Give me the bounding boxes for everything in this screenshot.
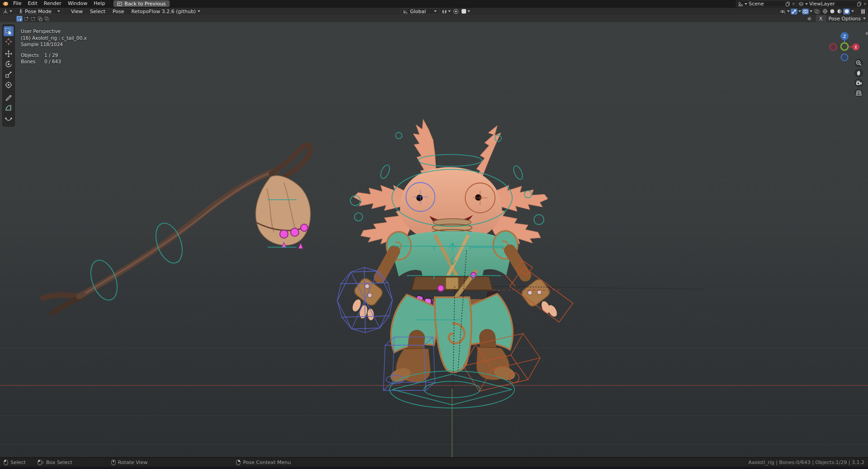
tool-measure-button[interactable]: [4, 103, 14, 113]
pose-options-chevron: [863, 18, 866, 19]
object-visibility-icon[interactable]: [779, 9, 786, 14]
zoom-icon: [856, 60, 862, 66]
select-mode-extend[interactable]: [23, 16, 29, 22]
overlays-chevron[interactable]: [810, 10, 812, 12]
viewlayer-selector[interactable]: ViewLayer ×: [797, 0, 868, 7]
mode-selector[interactable]: Pose Mode: [16, 8, 63, 14]
stats-objects-value: 1 / 29: [44, 52, 58, 59]
pose-curve-icon: [5, 116, 12, 123]
unlink-scene-button[interactable]: ×: [792, 1, 796, 7]
tool-pose-breakdowner-button[interactable]: [4, 115, 14, 125]
stats-bones-value: 0 / 643: [44, 58, 61, 65]
toolbar: [2, 24, 15, 127]
tool-move-button[interactable]: [4, 49, 14, 59]
pose-mode-icon: [19, 9, 23, 14]
shading-material-icon[interactable]: [836, 9, 843, 14]
menu-help[interactable]: Help: [90, 0, 108, 7]
tool-select-box-button[interactable]: [4, 26, 14, 36]
gizmo-z-label: Z: [843, 34, 846, 39]
menu-render[interactable]: Render: [41, 0, 65, 7]
render-sample-text: Sample 118/1024: [21, 41, 87, 48]
snap-options-chevron[interactable]: [448, 10, 451, 12]
menu-select[interactable]: Select: [86, 9, 109, 14]
shading-chevron[interactable]: [851, 10, 854, 12]
orientation-chevron: [434, 10, 437, 12]
tool-cursor-button[interactable]: [4, 37, 14, 47]
gizmo-y-axis[interactable]: [841, 43, 848, 50]
select-box-icon: [5, 28, 12, 35]
select-mode-group: [16, 16, 50, 22]
tool-rotate-button[interactable]: [4, 59, 14, 69]
camera-view-button[interactable]: [854, 79, 863, 87]
shading-rendered-icon[interactable]: [843, 9, 850, 14]
new-scene-icon[interactable]: [786, 2, 790, 6]
remove-viewlayer-button[interactable]: ×: [863, 1, 867, 7]
back-to-previous-button[interactable]: Back to Previous: [113, 0, 169, 7]
mouse-middle-icon: [111, 460, 116, 465]
show-overlays-toggle[interactable]: [802, 9, 809, 14]
gizmo-chevron[interactable]: [798, 10, 801, 12]
tool-scale-button[interactable]: [4, 70, 14, 80]
mouse-right-icon: [236, 460, 241, 465]
xray-toggle[interactable]: [813, 9, 820, 14]
blender-window: File Edit Render Window Help Back to Pre…: [0, 0, 868, 469]
mouse-left-icon: [4, 460, 8, 465]
scene-name[interactable]: Scene: [749, 1, 784, 7]
stats-bones-row: Bones 0 / 643: [21, 58, 87, 65]
tool-transform-button[interactable]: [4, 80, 14, 90]
mirror-x-toggle[interactable]: X: [816, 15, 826, 22]
blender-logo-icon[interactable]: [0, 0, 10, 7]
navigation-gizmo[interactable]: Z X: [828, 25, 861, 64]
move-icon: [5, 50, 12, 57]
tool-annotate-button[interactable]: [4, 92, 14, 102]
transform-icon: [5, 81, 12, 89]
back-arrow-icon: [117, 2, 122, 6]
pose-options-label: Pose Options: [829, 16, 861, 22]
sidebar-toggle-arrow[interactable]: [865, 32, 868, 35]
select-mode-subtract[interactable]: [30, 16, 36, 22]
gizmo-x-label: X: [854, 46, 857, 50]
snap-magnet-icon[interactable]: [442, 9, 447, 14]
menu-edit[interactable]: Edit: [24, 0, 40, 7]
shading-wireframe-icon[interactable]: [821, 9, 828, 14]
scene-icon: [738, 2, 743, 6]
show-gizmo-toggle[interactable]: [791, 9, 797, 14]
gizmo-minus-x-axis[interactable]: [830, 44, 837, 51]
viewport-3d[interactable]: User Perspective (16) Axolotl_rig : c_ta…: [0, 22, 868, 457]
editor-type-selector[interactable]: [2, 8, 12, 15]
zoom-button[interactable]: [854, 59, 863, 67]
pose-options-popover[interactable]: Pose Options: [829, 15, 866, 22]
topbar: File Edit Render Window Help Back to Pre…: [0, 0, 868, 7]
toolbar-separator: [4, 91, 13, 91]
menu-window[interactable]: Window: [65, 0, 90, 7]
menu-file[interactable]: File: [10, 0, 24, 7]
select-mode-intersect[interactable]: [43, 16, 50, 22]
select-mode-set[interactable]: [16, 16, 23, 22]
viewport-display-controls: [779, 8, 866, 15]
hint-box-select: Box Select: [38, 460, 72, 465]
stats-objects-row: Objects 1 / 29: [21, 52, 87, 59]
select-mode-invert[interactable]: [37, 16, 43, 22]
menu-view[interactable]: View: [67, 9, 86, 14]
viewlayer-name[interactable]: ViewLayer: [809, 1, 856, 7]
pause-render-icon[interactable]: [859, 9, 866, 14]
scene-selector[interactable]: Scene ×: [736, 0, 797, 7]
shading-solid-icon[interactable]: [829, 9, 835, 14]
camera-icon: [856, 80, 862, 85]
gizmo-minus-z-axis[interactable]: [841, 54, 848, 61]
falloff-smooth-icon: [461, 9, 467, 14]
retopoflow-menu[interactable]: RetopoFlow 3.2.6 (github): [132, 8, 201, 15]
pan-hand-button[interactable]: [854, 69, 863, 77]
new-viewlayer-icon[interactable]: [857, 2, 862, 6]
falloff-chevron: [467, 10, 470, 12]
cursor-icon: [5, 38, 12, 45]
menu-pose[interactable]: Pose: [109, 9, 127, 14]
mode-selector-chevron: [57, 10, 60, 12]
snapping-controls[interactable]: [442, 8, 451, 15]
proportional-editing-icon[interactable]: [453, 9, 459, 14]
falloff-selector[interactable]: [461, 8, 470, 15]
transform-orientation-selector[interactable]: Global: [401, 8, 439, 14]
visibility-chevron[interactable]: [787, 10, 790, 12]
retopoflow-chevron: [198, 10, 200, 12]
toggle-perspective-button[interactable]: [854, 89, 863, 97]
